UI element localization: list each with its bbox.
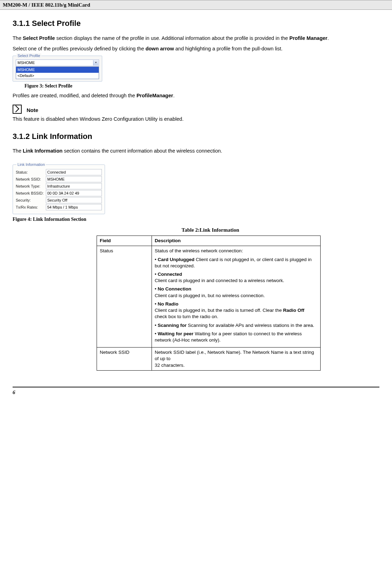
footer-rule xyxy=(13,387,379,387)
para-312-1: The Link Information section contains th… xyxy=(13,148,379,155)
heading-311: 3.1.1 Select Profile xyxy=(13,18,379,29)
li-value: MSHOME xyxy=(46,176,102,182)
td-status-desc: Status of the wireless network connectio… xyxy=(152,246,321,348)
para-311-1: The Select Profile section displays the … xyxy=(13,35,379,42)
table-header-row: Field Description xyxy=(97,236,321,246)
link-info-table: Field Description Status Status of the w… xyxy=(97,236,321,371)
figure-3-caption: Figure 3: Select Profile xyxy=(24,83,379,90)
table-2-title: Table 2:Link Information xyxy=(97,226,324,233)
bullet-connected: ConnectedClient card is plugged in and c… xyxy=(155,271,317,284)
li-label: Network SSID: xyxy=(16,177,46,182)
note-label: Note xyxy=(27,107,38,113)
combo-item-default[interactable]: <Default> xyxy=(16,73,99,79)
td-ssid-desc: Network SSID label (i.e., Network Name).… xyxy=(152,348,321,371)
li-row-ssid: Network SSID: MSHOME xyxy=(16,176,102,182)
figure-4-caption: Figure 4: Link Information Section xyxy=(13,216,379,223)
note-icon xyxy=(13,105,22,114)
li-row-status: Status: Connected xyxy=(16,169,102,175)
select-profile-panel: Select Profile MSHOME ▾ MSHOME <Default> xyxy=(13,56,102,82)
document-header: MM200-M / IEEE 802.11b/g MiniCard xyxy=(0,0,392,10)
td-ssid-label: Network SSID xyxy=(97,348,152,371)
li-value: Infrastructure xyxy=(46,183,102,189)
note-text: This feature is disabled when Windows Ze… xyxy=(13,116,379,123)
para-311-3: Profiles are created, modified, and dele… xyxy=(13,92,379,99)
li-row-rates: Tx/Rx Rates: 54 Mbps / 1 Mbps xyxy=(16,204,102,210)
note-row: Note xyxy=(13,105,379,114)
header-title: MM200-M / IEEE 802.11b/g MiniCard xyxy=(3,2,90,8)
th-field: Field xyxy=(97,236,152,246)
bullet-scanning: Scanning for Scanning for available APs … xyxy=(155,322,317,329)
profile-combo-value: MSHOME xyxy=(18,60,35,65)
li-value: 54 Mbps / 1 Mbps xyxy=(46,204,102,210)
table-row: Status Status of the wireless network co… xyxy=(97,246,321,348)
li-label: Network Type: xyxy=(16,184,46,189)
select-profile-legend: Select Profile xyxy=(16,53,41,58)
chevron-down-icon[interactable]: ▾ xyxy=(93,60,98,65)
th-desc: Description xyxy=(152,236,321,246)
li-label: Network BSSID: xyxy=(16,191,46,196)
status-intro: Status of the wireless network connectio… xyxy=(155,248,317,254)
table-row: Network SSID Network SSID label (i.e., N… xyxy=(97,348,321,371)
li-value: 00 0D 3A 24 02 49 xyxy=(46,190,102,196)
li-row-bssid: Network BSSID: 00 0D 3A 24 02 49 xyxy=(16,190,102,196)
li-label: Security: xyxy=(16,198,46,203)
profile-combo[interactable]: MSHOME ▾ xyxy=(16,59,99,66)
bullet-no-radio: No RadioClient card is plugged in, but t… xyxy=(155,301,317,320)
li-label: Status: xyxy=(16,170,46,175)
bullet-card-unplugged: Card Unplugged Client card is not plugge… xyxy=(155,257,317,269)
td-status-label: Status xyxy=(97,246,152,348)
page-number: 6 xyxy=(13,389,379,396)
li-value: Connected xyxy=(46,169,102,175)
combo-item-selected[interactable]: MSHOME xyxy=(16,67,99,73)
para-311-2: Select one of the profiles previously de… xyxy=(13,45,379,52)
li-label: Tx/Rx Rates: xyxy=(16,205,46,210)
li-value: Security Off xyxy=(46,197,102,203)
heading-312: 3.1.2 Link Information xyxy=(13,131,379,142)
bullet-waiting: Waiting for peer Waiting for a peer stat… xyxy=(155,331,317,343)
li-row-security: Security: Security Off xyxy=(16,197,102,203)
profile-combo-list: MSHOME <Default> xyxy=(16,66,99,79)
li-row-type: Network Type: Infrastructure xyxy=(16,183,102,189)
link-information-panel: Link Information Status: Connected Netwo… xyxy=(13,164,105,214)
bullet-no-connection: No ConnectionClient card is plugged in, … xyxy=(155,286,317,299)
link-info-legend: Link Information xyxy=(16,162,46,167)
